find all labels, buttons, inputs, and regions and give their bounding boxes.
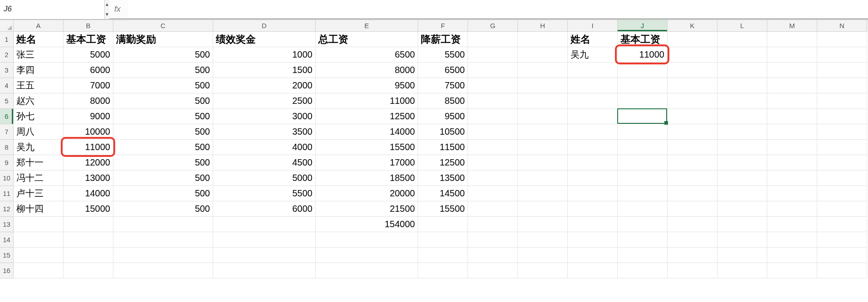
cell-G12[interactable] [468,201,518,217]
cell-B9[interactable]: 12000 [63,155,113,170]
cell-K8[interactable] [668,140,717,155]
cell-B12[interactable]: 15000 [63,201,113,217]
column-header-C[interactable]: C [113,20,213,32]
cell-N7[interactable] [817,124,867,140]
cell-M9[interactable] [767,155,817,170]
cell-C3[interactable]: 500 [113,63,213,78]
cell-B1[interactable]: 基本工资 [63,32,113,47]
cell-A11[interactable]: 卢十三 [14,186,63,201]
cell-J8[interactable] [618,140,668,155]
cell-J16[interactable] [618,263,668,278]
cell-E8[interactable]: 15500 [316,140,418,155]
cell-L9[interactable] [717,155,767,170]
cell-J7[interactable] [618,124,668,140]
cell-K16[interactable] [668,263,717,278]
cell-I6[interactable] [568,109,618,124]
cell-M15[interactable] [767,248,817,263]
cell-J9[interactable] [618,155,668,170]
cell-F4[interactable]: 7500 [418,78,468,93]
name-box-down-icon[interactable]: ▼ [105,9,109,19]
cell-D14[interactable] [213,232,316,248]
cell-E10[interactable]: 18500 [316,170,418,186]
cell-B15[interactable] [63,248,113,263]
cell-I7[interactable] [568,124,618,140]
select-all-corner[interactable] [0,20,14,32]
cell-J5[interactable] [618,93,668,109]
row-header-7[interactable]: 7 [0,124,14,140]
cell-N5[interactable] [817,93,867,109]
cell-H10[interactable] [518,170,568,186]
cell-E12[interactable]: 21500 [316,201,418,217]
cell-L11[interactable] [717,186,767,201]
cell-E5[interactable]: 11000 [316,93,418,109]
cell-C2[interactable]: 500 [113,47,213,63]
cell-F5[interactable]: 8500 [418,93,468,109]
column-header-F[interactable]: F [418,20,468,32]
column-header-D[interactable]: D [213,20,316,32]
cell-I5[interactable] [568,93,618,109]
cell-G14[interactable] [468,232,518,248]
cell-K14[interactable] [668,232,717,248]
row-header-15[interactable]: 15 [0,248,14,263]
cell-I3[interactable] [568,63,618,78]
cell-B14[interactable] [63,232,113,248]
cell-I2[interactable]: 吴九 [568,47,618,63]
cell-A10[interactable]: 冯十二 [14,170,63,186]
cell-E4[interactable]: 9500 [316,78,418,93]
cell-L4[interactable] [717,78,767,93]
cell-N13[interactable] [817,217,867,232]
cell-B13[interactable] [63,217,113,232]
row-header-8[interactable]: 8 [0,140,14,155]
cell-F12[interactable]: 15500 [418,201,468,217]
cell-E7[interactable]: 14000 [316,124,418,140]
row-header-1[interactable]: 1 [0,32,14,47]
cell-N9[interactable] [817,155,867,170]
cell-N2[interactable] [817,47,867,63]
cell-J15[interactable] [618,248,668,263]
cell-D3[interactable]: 1500 [213,63,316,78]
cell-A13[interactable] [14,217,63,232]
cell-H5[interactable] [518,93,568,109]
cell-K2[interactable] [668,47,717,63]
cell-K10[interactable] [668,170,717,186]
cell-N12[interactable] [817,201,867,217]
cell-D11[interactable]: 5500 [213,186,316,201]
cell-C4[interactable]: 500 [113,78,213,93]
cell-J2[interactable]: 11000 [618,47,668,63]
cell-M14[interactable] [767,232,817,248]
row-header-2[interactable]: 2 [0,47,14,63]
cell-F13[interactable] [418,217,468,232]
cell-C7[interactable]: 500 [113,124,213,140]
cell-E6[interactable]: 12500 [316,109,418,124]
cell-B6[interactable]: 9000 [63,109,113,124]
cell-C10[interactable]: 500 [113,170,213,186]
cell-J11[interactable] [618,186,668,201]
cell-F7[interactable]: 10500 [418,124,468,140]
cell-M1[interactable] [767,32,817,47]
cell-J14[interactable] [618,232,668,248]
cell-H3[interactable] [518,63,568,78]
column-header-K[interactable]: K [668,20,717,32]
cell-E1[interactable]: 总工资 [316,32,418,47]
cell-D9[interactable]: 4500 [213,155,316,170]
cell-E13[interactable]: 154000 [316,217,418,232]
cell-H11[interactable] [518,186,568,201]
fx-label[interactable]: fx [114,5,123,14]
cell-C6[interactable]: 500 [113,109,213,124]
cell-C1[interactable]: 满勤奖励 [113,32,213,47]
cell-A16[interactable] [14,263,63,278]
cell-K4[interactable] [668,78,717,93]
cell-I11[interactable] [568,186,618,201]
row-header-14[interactable]: 14 [0,232,14,248]
cell-J12[interactable] [618,201,668,217]
cell-G11[interactable] [468,186,518,201]
cell-N14[interactable] [817,232,867,248]
column-header-E[interactable]: E [316,20,418,32]
cell-E14[interactable] [316,232,418,248]
cell-L16[interactable] [717,263,767,278]
cell-D8[interactable]: 4000 [213,140,316,155]
cell-H12[interactable] [518,201,568,217]
name-box-up-icon[interactable]: ▲ [105,0,109,9]
cell-N6[interactable] [817,109,867,124]
cell-D12[interactable]: 6000 [213,201,316,217]
